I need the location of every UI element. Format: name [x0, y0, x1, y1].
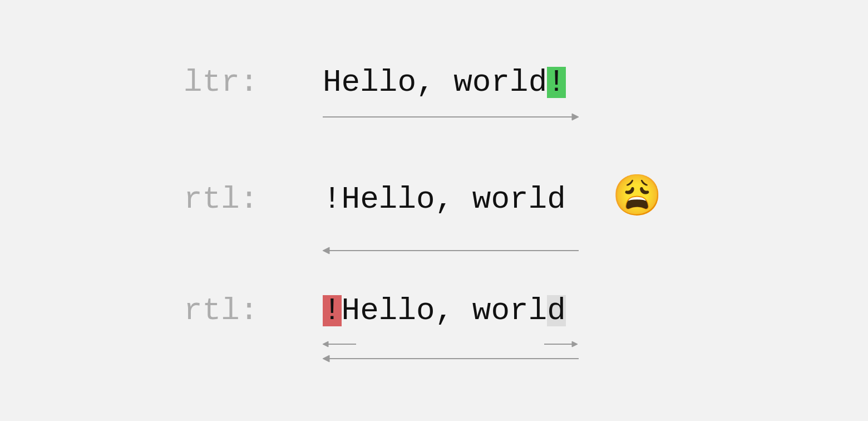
- diagram-stage: ltr: Hello, world! rtl: !Hello, world 😩 …: [0, 0, 868, 421]
- rtl-text-2: Hello, worl: [342, 295, 548, 326]
- svg-marker-7: [572, 341, 578, 347]
- svg-marker-9: [323, 355, 329, 362]
- rtl-label-1: rtl:: [184, 184, 323, 215]
- rtl-row-2: rtl: !Hello, world: [184, 295, 566, 326]
- rtl-text-1: !Hello, world: [323, 184, 566, 215]
- ltr-label: ltr:: [184, 67, 323, 98]
- arrow-right-icon: [323, 111, 579, 123]
- svg-marker-5: [323, 341, 328, 347]
- rtl-bang-highlight: !: [323, 295, 342, 326]
- rtl-lastchar-highlight: d: [547, 295, 566, 326]
- ltr-row: ltr: Hello, world!: [184, 67, 566, 98]
- ltr-bang-highlight: !: [547, 67, 566, 98]
- arrow-left-long-icon: [323, 353, 579, 364]
- ltr-text: Hello, world: [323, 67, 547, 98]
- svg-marker-3: [323, 247, 329, 254]
- arrow-short-right-icon: [544, 340, 578, 349]
- arrow-short-left-icon: [323, 340, 356, 349]
- arrow-left-icon: [323, 245, 579, 256]
- weary-face-icon: 😩: [612, 178, 662, 218]
- svg-marker-1: [572, 114, 579, 120]
- rtl-label-2: rtl:: [184, 295, 323, 326]
- rtl-row-1: rtl: !Hello, world: [184, 184, 566, 215]
